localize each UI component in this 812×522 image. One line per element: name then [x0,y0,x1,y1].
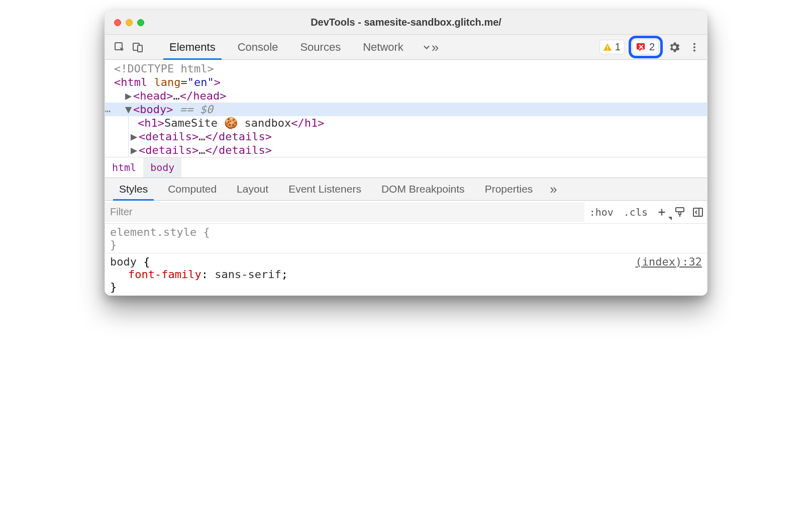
dom-details-2[interactable]: ▶<details>…</details> [128,143,707,157]
dom-body-selected[interactable]: ⋯▼<body> == $0 [105,103,707,116]
side-panel-tabs: Styles Computed Layout Event Listeners D… [105,178,707,201]
dom-details-1[interactable]: ▶<details>…</details> [128,130,707,143]
maximize-icon[interactable] [137,19,144,26]
window-title: DevTools - samesite-sandbox.glitch.me/ [105,17,707,28]
tab-elements[interactable]: Elements [158,35,227,59]
svg-rect-2 [138,45,142,52]
svg-point-5 [693,43,695,45]
more-panel-tabs-icon[interactable]: » [543,182,564,197]
ptab-computed[interactable]: Computed [158,178,227,200]
main-tabs: Elements Console Sources Network » [158,35,446,59]
dom-doctype[interactable]: <!DOCTYPE html> [105,62,707,75]
tab-console[interactable]: Console [227,35,289,59]
toolbar: Elements Console Sources Network » 1 2 [105,35,707,60]
css-prop-font-family[interactable]: font-family [128,268,201,281]
body-selector: body [110,255,137,268]
hov-button[interactable]: :hov [584,201,619,223]
status-badges: 1 2 [599,36,663,58]
issues-count: 2 [649,41,655,53]
ptab-layout[interactable]: Layout [227,178,278,200]
dom-tree[interactable]: <!DOCTYPE html> <html lang="en"> ▶<head>… [105,60,707,157]
body-rule[interactable]: body { (index):32 font-family: sans-seri… [105,253,707,295]
warnings-badge[interactable]: 1 [599,40,625,54]
breadcrumbs: html body [105,157,707,178]
styles-filter-input[interactable] [105,202,584,222]
traffic-lights [105,19,144,26]
device-toggle-icon[interactable] [130,40,145,55]
svg-rect-3 [607,46,608,48]
cls-button[interactable]: .cls [619,201,653,223]
tab-sources[interactable]: Sources [289,35,352,59]
issues-badge-highlight: 2 [629,36,663,58]
styles-pane: element.style { } body { (index):32 font… [105,224,707,295]
issues-badge[interactable]: 2 [633,40,659,54]
styles-filter-row: :hov .cls [105,201,707,224]
breadcrumb-html[interactable]: html [105,157,143,178]
svg-point-7 [693,49,695,51]
element-style-selector: element.style [110,226,196,238]
element-style-rule[interactable]: element.style { } [105,224,707,253]
tab-network[interactable]: Network [352,35,415,59]
ptab-properties[interactable]: Properties [475,178,543,200]
settings-icon[interactable] [666,39,683,56]
css-val-font-family[interactable]: sans-serif [215,268,281,281]
new-style-rule-icon[interactable] [653,201,671,223]
warnings-count: 1 [615,41,621,53]
close-icon[interactable] [114,19,121,26]
dom-html[interactable]: <html lang="en"> [105,75,707,89]
svg-rect-8 [676,208,684,212]
toggle-sidebar-icon[interactable] [689,201,707,223]
minimize-icon[interactable] [126,19,133,26]
breadcrumb-body[interactable]: body [143,157,181,178]
ptab-dom-breakpoints[interactable]: DOM Breakpoints [371,178,475,200]
paint-brush-icon[interactable] [671,201,689,223]
more-tabs-icon[interactable]: » [415,35,446,59]
dom-h1[interactable]: <h1>SameSite 🍪 sandbox</h1> [128,116,707,130]
ptab-styles[interactable]: Styles [109,178,158,200]
inspect-element-icon[interactable] [112,40,127,55]
dom-head[interactable]: ▶<head>…</head> [105,89,707,103]
svg-point-6 [693,46,695,48]
ptab-event-listeners[interactable]: Event Listeners [278,178,371,200]
svg-rect-4 [607,48,608,49]
titlebar: DevTools - samesite-sandbox.glitch.me/ [105,11,707,35]
devtools-window: DevTools - samesite-sandbox.glitch.me/ E… [105,10,707,296]
source-link[interactable]: (index):32 [636,255,702,268]
more-menu-icon[interactable] [686,39,703,56]
